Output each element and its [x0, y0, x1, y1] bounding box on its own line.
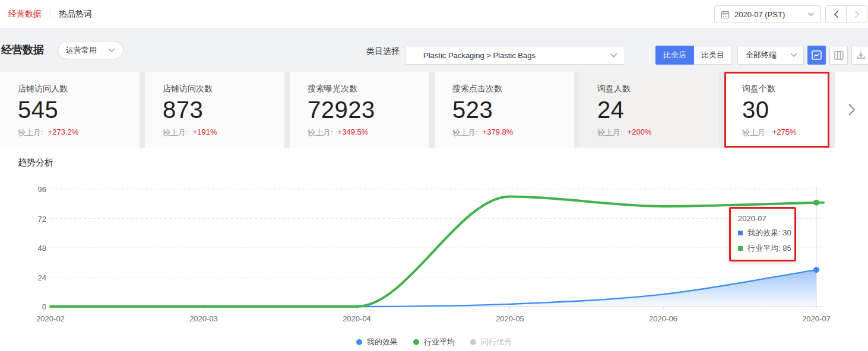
line-chart-icon — [812, 50, 822, 60]
legend-item[interactable]: 同行优秀 — [470, 337, 512, 347]
nav-tab[interactable]: 经营数据 — [8, 9, 42, 20]
chevron-left-icon — [834, 10, 839, 18]
next-month-button[interactable] — [846, 5, 867, 23]
legend-item[interactable]: 行业平均 — [413, 337, 455, 347]
tooltip-row: 我的效果: 30 — [738, 228, 788, 238]
series-marker-icon — [738, 246, 743, 251]
page-title: 经营数据 — [1, 43, 44, 57]
terminal-dropdown[interactable]: 全部终端 — [737, 46, 804, 65]
dashboard-page: 经营数据热品热词 2020-07 (PST) — [0, 0, 868, 351]
x-axis-tick-label: 2020-02 — [27, 314, 74, 323]
metric-title: 店铺访问次数 — [163, 84, 284, 94]
x-axis-tick-label: 2020-06 — [639, 314, 687, 323]
legend-label: 同行优秀 — [481, 337, 512, 347]
top-nav: 经营数据热品热词 2020-07 (PST) — [0, 0, 868, 28]
table-icon — [834, 51, 844, 60]
mom-change: +379.8% — [483, 127, 514, 138]
view-table-button[interactable] — [829, 46, 848, 65]
chevron-right-icon — [854, 10, 860, 18]
trend-section: 趋势分析 024487296 2020-022020-032020-042020… — [0, 148, 868, 351]
x-axis-tick-label: 2020-04 — [333, 314, 381, 323]
chart-legend: 我的效果 行业平均 同行优秀 — [0, 336, 868, 348]
metric-title: 店铺访问人数 — [18, 84, 140, 94]
month-pager — [825, 5, 867, 23]
metric-card[interactable]: 搜索点击次数 523 较上月: +379.8% — [435, 72, 574, 148]
category-select-value: Plastic Packaging > Plastic Bags — [423, 51, 610, 60]
tooltip-title: 2020-07 — [738, 214, 788, 223]
legend-dot-icon — [413, 339, 419, 345]
x-axis-tick-label: 2020-07 — [793, 314, 840, 323]
metric-value: 545 — [18, 95, 140, 124]
chevron-down-icon — [790, 53, 797, 58]
category-label: 类目选择 — [366, 46, 400, 57]
metric-value: 30 — [742, 95, 828, 124]
chart-tooltip: 2020-07 我的效果: 30 行业平均: 85 — [729, 207, 796, 261]
view-switcher — [807, 46, 868, 65]
legend-item[interactable]: 我的效果 — [356, 337, 398, 347]
compare-button[interactable]: 比全店 — [655, 46, 694, 65]
series-marker-icon — [738, 231, 743, 235]
mom-label: 较上月: — [18, 127, 43, 138]
metric-title: 搜索点击次数 — [452, 84, 574, 94]
prev-month-button[interactable] — [825, 5, 847, 23]
mom-label: 较上月: — [163, 127, 188, 138]
x-axis-tick-label: 2020-03 — [180, 314, 227, 323]
mom-change: +275% — [772, 127, 797, 138]
x-axis-tick-label: 2020-05 — [486, 314, 534, 323]
mom-change: +273.2% — [48, 127, 79, 138]
metric-cards-row: 店铺访问人数 545 较上月: +273.2% 店铺访问次数 873 较上月: … — [0, 72, 868, 148]
nav-tab[interactable]: 热品热词 — [59, 9, 92, 20]
view-download-button[interactable] — [851, 46, 868, 65]
metric-title: 搜索曝光次数 — [308, 84, 429, 94]
terminal-dropdown-value: 全部终端 — [746, 50, 777, 60]
preset-dropdown-value: 运营常用 — [66, 45, 97, 56]
chevron-down-icon — [807, 12, 815, 17]
chevron-down-icon — [108, 48, 115, 53]
metric-card[interactable]: 搜索曝光次数 72923 较上月: +349.5% — [290, 72, 429, 148]
mom-label: 较上月: — [742, 127, 768, 138]
mom-change: +191% — [193, 127, 217, 138]
nav-divider — [50, 10, 50, 18]
download-icon — [856, 50, 866, 60]
metric-card[interactable]: 店铺访问次数 873 较上月: +191% — [145, 72, 284, 148]
y-axis-tick-label: 48 — [0, 244, 46, 253]
metric-card[interactable]: 询盘个数 30 较上月: +275% — [724, 72, 829, 148]
category-select[interactable]: Plastic Packaging > Plastic Bags — [405, 46, 625, 65]
metric-title: 询盘人数 — [597, 84, 719, 94]
mom-label: 较上月: — [452, 127, 478, 138]
tooltip-row-text: 行业平均: 85 — [747, 243, 791, 254]
metric-value: 523 — [452, 95, 574, 124]
y-axis-tick-label: 24 — [0, 273, 46, 282]
view-line-chart-button[interactable] — [807, 46, 826, 65]
chevron-right-icon — [848, 103, 856, 116]
metric-value: 873 — [163, 95, 284, 124]
y-axis-tick-label: 0 — [0, 302, 46, 311]
legend-label: 行业平均 — [424, 337, 455, 347]
tooltip-row: 行业平均: 85 — [738, 243, 788, 254]
legend-dot-icon — [470, 339, 476, 345]
mom-change: +200% — [628, 127, 652, 138]
metric-title: 询盘个数 — [742, 84, 828, 94]
tooltip-row-text: 我的效果: 30 — [747, 228, 791, 238]
y-axis-tick-label: 96 — [0, 185, 46, 194]
date-picker-value: 2020-07 (PST) — [734, 10, 803, 19]
mom-label: 较上月: — [308, 127, 333, 138]
legend-label: 我的效果 — [367, 337, 398, 347]
mom-change: +349.5% — [338, 127, 369, 138]
toolbar: 经营数据 运营常用 类目选择 Plastic Packaging > Plast… — [0, 28, 868, 72]
metric-value: 24 — [597, 95, 719, 124]
preset-dropdown[interactable]: 运营常用 — [58, 41, 123, 59]
mom-label: 较上月: — [597, 127, 623, 138]
chevron-down-icon — [610, 53, 617, 58]
metric-value: 72923 — [308, 95, 429, 124]
metric-card[interactable]: 询盘人数 24 较上月: +200% — [579, 72, 719, 148]
legend-dot-icon — [356, 339, 362, 345]
metric-card[interactable]: 店铺访问人数 545 较上月: +273.2% — [0, 72, 140, 148]
top-nav-tabs: 经营数据热品热词 — [8, 0, 92, 28]
y-axis-tick-label: 72 — [0, 214, 46, 223]
compare-button[interactable]: 比类目 — [693, 46, 732, 65]
calendar-icon — [721, 10, 730, 19]
compare-toggle: 比全店比类目 — [655, 46, 732, 65]
date-picker[interactable]: 2020-07 (PST) — [714, 5, 821, 23]
cards-scroll-right-button[interactable] — [835, 72, 868, 148]
